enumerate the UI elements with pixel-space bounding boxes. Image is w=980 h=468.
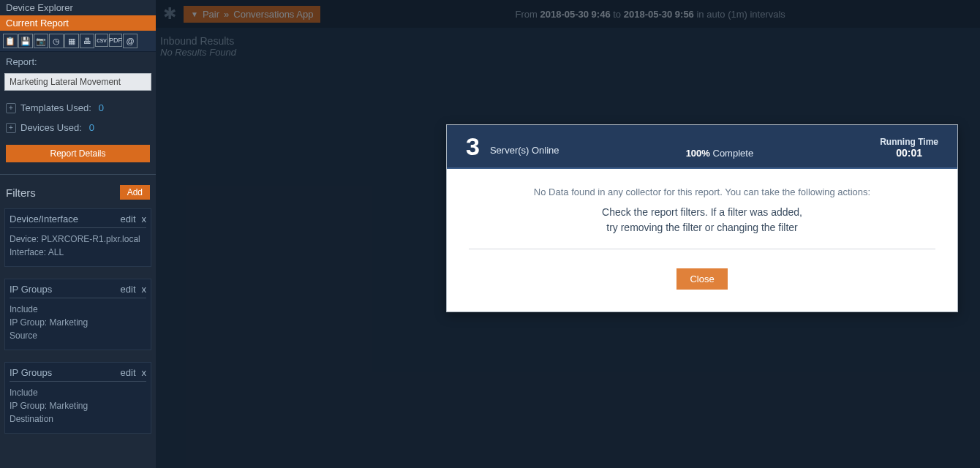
tab-current-report[interactable]: Current Report (0, 15, 156, 31)
running-time-label: Running Time (880, 137, 938, 147)
servers-label: Server(s) Online (490, 145, 559, 159)
filters-header: Filters Add (0, 182, 156, 203)
report-name-input[interactable] (4, 73, 151, 91)
clock-icon[interactable]: ◷ (49, 34, 64, 48)
filter-line: Include (10, 386, 146, 399)
to-label: to (613, 9, 621, 20)
servers-count: 3 (466, 134, 480, 159)
triangle-down-icon: ▼ (191, 10, 198, 18)
templates-used-count: 0 (99, 102, 104, 113)
templates-used-row[interactable]: + Templates Used: 0 (0, 98, 156, 118)
clipboard-icon[interactable]: 📋 (3, 34, 18, 48)
plus-icon: + (6, 123, 16, 133)
filter-edit[interactable]: edit (121, 367, 136, 378)
report-details-button[interactable]: Report Details (6, 145, 150, 162)
app-root: Device Explorer Current Report 📋 💾 📷 ◷ ▦… (0, 0, 980, 468)
tab-device-explorer[interactable]: Device Explorer (0, 0, 156, 15)
filters-title: Filters (6, 186, 36, 199)
breadcrumb[interactable]: ▼ Pair » Conversations App (184, 6, 320, 23)
filter-close[interactable]: x (142, 284, 147, 295)
email-icon[interactable]: @ (123, 34, 137, 48)
divider (469, 249, 935, 249)
devices-used-label: Devices Used: (20, 122, 82, 133)
complete-pct: 100% (686, 148, 710, 159)
status-modal: 3 Server(s) Online 100% Complete Running… (446, 124, 958, 312)
interval-tail: in auto (1m) intervals (696, 9, 785, 20)
breadcrumb-sep: » (224, 9, 229, 20)
content-area: Inbound Results No Results Found (156, 28, 980, 65)
from-value: 2018-05-30 9:46 (540, 9, 610, 20)
modal-msg-1: No Data found in any collector for this … (469, 186, 935, 197)
filter-card: IP Groups edit x Include IP Group: Marke… (4, 279, 151, 350)
modal-msg-2b: try removing the filter or changing the … (469, 220, 935, 235)
modal-header: 3 Server(s) Online 100% Complete Running… (447, 125, 957, 169)
filter-title: Device/Interface (10, 214, 78, 224)
modal-body: No Data found in any collector for this … (447, 169, 957, 312)
complete-label: Complete (713, 148, 754, 159)
filter-card: IP Groups edit x Include IP Group: Marke… (4, 362, 151, 434)
filter-close[interactable]: x (142, 367, 147, 378)
close-button[interactable]: Close (676, 268, 727, 290)
pdf-icon[interactable]: PDF (109, 34, 122, 47)
filter-line: IP Group: Marketing (10, 316, 146, 329)
topbar: ✱ ▼ Pair » Conversations App From 2018-0… (156, 0, 980, 28)
grid-icon[interactable]: ▦ (64, 34, 79, 48)
filter-line: Interface: ALL (10, 246, 146, 259)
left-sidebar: Device Explorer Current Report 📋 💾 📷 ◷ ▦… (0, 0, 156, 468)
filter-title: IP Groups (10, 367, 52, 378)
filter-line: Source (10, 329, 146, 342)
filter-card-header: IP Groups edit x (10, 284, 146, 298)
modal-msg-2a: Check the report filters. If a filter wa… (469, 205, 935, 220)
add-filter-button[interactable]: Add (120, 185, 150, 200)
running-time-value: 00:01 (880, 147, 938, 159)
time-range[interactable]: From 2018-05-30 9:46 to 2018-05-30 9:56 … (516, 9, 785, 20)
report-label: Report: (0, 52, 156, 69)
filter-line: IP Group: Marketing (10, 399, 146, 412)
breadcrumb-pair: Pair (203, 9, 219, 20)
camera-icon[interactable]: 📷 (34, 34, 48, 48)
filter-line: Destination (10, 412, 146, 426)
devices-used-row[interactable]: + Devices Used: 0 (0, 118, 156, 137)
csv-icon[interactable]: csv (95, 34, 108, 47)
sidebar-toolbar: 📋 💾 📷 ◷ ▦ 🖶 csv PDF @ (0, 31, 156, 52)
to-value: 2018-05-30 9:56 (624, 9, 694, 20)
filter-close[interactable]: x (142, 214, 147, 224)
main-area: ✱ ▼ Pair » Conversations App From 2018-0… (156, 0, 980, 468)
gear-icon[interactable]: ✱ (163, 4, 176, 23)
plus-icon: + (6, 103, 16, 113)
filter-edit[interactable]: edit (121, 214, 136, 224)
breadcrumb-app: Conversations App (233, 9, 313, 20)
filter-line: Device: PLXRCORE-R1.plxr.local (10, 233, 146, 246)
sidebar-tabs: Device Explorer Current Report (0, 0, 156, 31)
print-icon[interactable]: 🖶 (80, 34, 94, 48)
no-results-text: No Results Found (160, 47, 976, 58)
save-icon[interactable]: 💾 (18, 34, 33, 48)
devices-used-count: 0 (89, 122, 94, 133)
filter-title: IP Groups (10, 284, 52, 295)
filter-edit[interactable]: edit (121, 284, 136, 295)
from-label: From (516, 9, 538, 20)
filter-card-header: IP Groups edit x (10, 367, 146, 382)
filter-card: Device/Interface edit x Device: PLXRCORE… (4, 208, 151, 267)
templates-used-label: Templates Used: (20, 102, 91, 113)
results-heading: Inbound Results (160, 35, 976, 47)
divider (0, 174, 156, 175)
filter-line: Include (10, 303, 146, 316)
filter-card-header: Device/Interface edit x (10, 214, 146, 228)
